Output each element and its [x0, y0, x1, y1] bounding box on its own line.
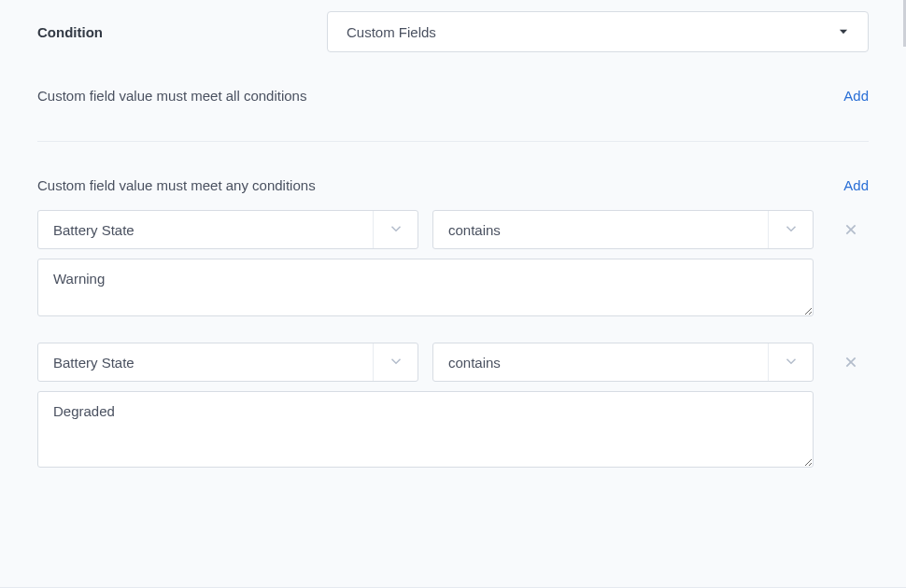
chevron-down-icon: [768, 343, 813, 381]
condition-rule: Battery State contains: [37, 343, 869, 471]
add-all-condition-button[interactable]: Add: [843, 88, 869, 104]
remove-rule-button[interactable]: [837, 222, 865, 237]
chevron-down-icon: [836, 24, 851, 39]
value-input[interactable]: [37, 391, 814, 468]
field-select[interactable]: Battery State: [37, 343, 418, 382]
operator-select[interactable]: contains: [432, 343, 814, 382]
condition-select[interactable]: Custom Fields: [327, 11, 869, 52]
field-select-value: Battery State: [53, 222, 373, 238]
chevron-down-icon: [373, 211, 418, 248]
field-select-value: Battery State: [53, 355, 373, 371]
chevron-down-icon: [373, 343, 418, 381]
value-input[interactable]: [37, 259, 814, 316]
section-divider: [37, 141, 869, 142]
add-any-condition-button[interactable]: Add: [843, 177, 869, 193]
condition-select-value: Custom Fields: [347, 24, 436, 40]
operator-select[interactable]: contains: [432, 210, 814, 249]
operator-select-value: contains: [448, 355, 768, 371]
field-select[interactable]: Battery State: [37, 210, 418, 249]
condition-label: Condition: [37, 24, 327, 40]
any-conditions-title: Custom field value must meet any conditi…: [37, 177, 316, 193]
remove-rule-button[interactable]: [837, 355, 865, 370]
condition-rule: Battery State contains: [37, 210, 869, 320]
chevron-down-icon: [768, 211, 813, 248]
operator-select-value: contains: [448, 222, 768, 238]
all-conditions-title: Custom field value must meet all conditi…: [37, 88, 306, 104]
